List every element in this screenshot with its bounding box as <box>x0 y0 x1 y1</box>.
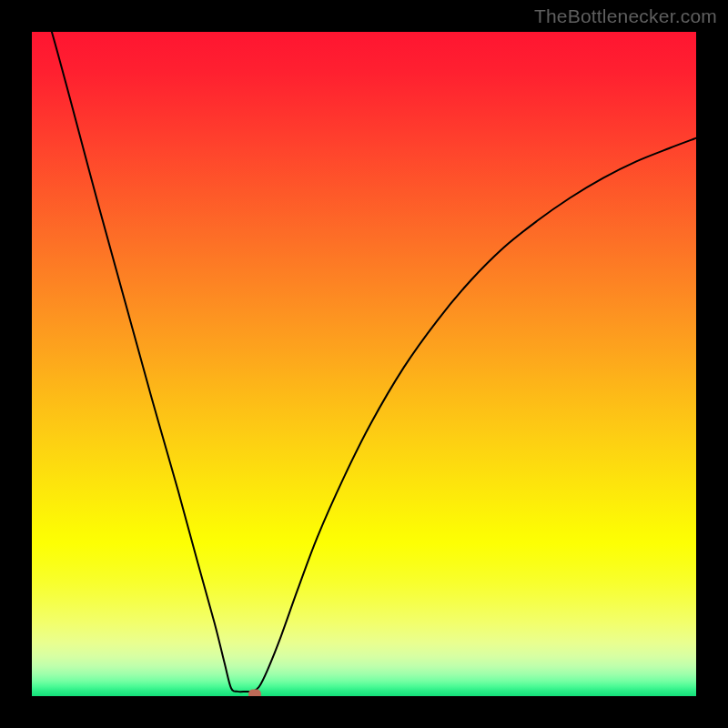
attribution-label: TheBottlenecker.com <box>534 5 717 27</box>
bottleneck-chart <box>32 32 696 696</box>
chart-frame: TheBottlenecker.com <box>0 0 728 728</box>
gradient-background <box>32 32 696 696</box>
plot-area <box>32 32 696 696</box>
optimal-point-marker <box>248 689 261 696</box>
